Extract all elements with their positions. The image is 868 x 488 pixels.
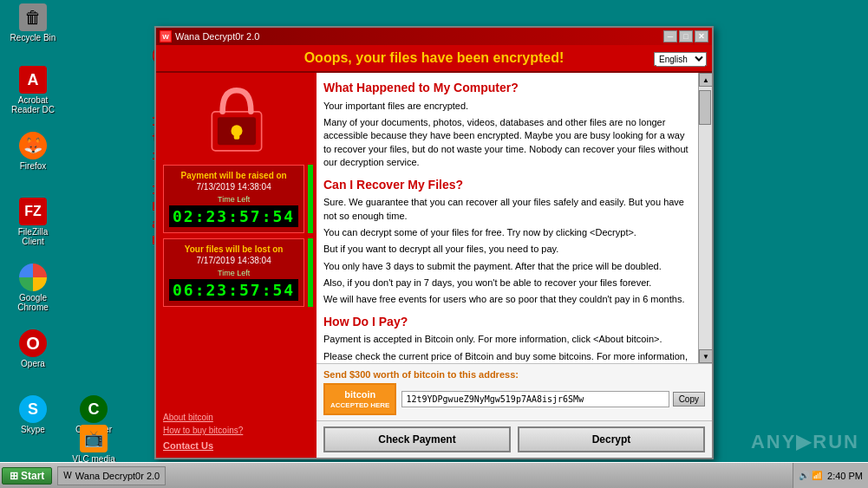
taskbar-app-icon: W [63,471,71,480]
header-area: Ooops, your files have been encrypted! E… [156,45,712,73]
taskbar-tray: 🔊 📶 2:40 PM [793,463,868,488]
bitcoin-send-text: Send $300 worth of bitcoin to this addre… [323,369,705,380]
timer2-side-bar [308,238,313,307]
section2-heading: Can I Recover My Files? [323,177,691,194]
start-button[interactable]: ⊞ Start [2,467,52,485]
desktop-icon-filezilla[interactable]: FZ FileZilla Client [7,198,59,246]
taskbar-middle: W Wana Decrypt0r 2.0 [54,466,793,485]
wannacry-window: W Wana Decrypt0r 2.0 ─ □ ✕ Ooops, your f… [154,26,714,459]
section3-p2: Please check the current price of Bitcoi… [323,350,691,363]
section3-p1: Payment is accepted in Bitcoin only. For… [323,333,691,346]
bitcoin-logo-line2: ACCEPTED HERE [330,401,389,410]
right-panel: What Happened to My Computer? Your impor… [317,73,712,458]
main-content-area: Payment will be raised on 7/13/2019 14:3… [156,73,712,458]
contact-us-link[interactable]: Contact Us [163,440,310,451]
minimize-button[interactable]: ─ [663,30,677,42]
lock-icon [198,80,276,158]
section3-heading: How Do I Pay? [323,314,691,331]
timer2-wrapper: Your files will be lost on 7/17/2019 14:… [163,238,310,307]
taskbar-app-item[interactable]: W Wana Decrypt0r 2.0 [57,466,166,485]
main-header: Ooops, your files have been encrypted! [156,45,712,73]
section2-p3: But if you want to decrypt all your file… [323,243,691,256]
right-top: What Happened to My Computer? Your impor… [317,73,712,363]
how-to-buy-link[interactable]: How to buy bitcoins? [163,426,310,435]
section2-p2: You can decrypt some of your files for f… [323,226,691,239]
scroll-down-button[interactable]: ▼ [699,349,712,363]
title-bar-left: W Wana Decrypt0r 2.0 [160,30,259,42]
section2-p4: You only have 3 days to submit the payme… [323,260,691,273]
bitcoin-row: bitcoin ACCEPTED HERE Copy [323,383,705,415]
left-panel: Payment will be raised on 7/13/2019 14:3… [156,73,317,458]
bitcoin-address-box: Copy [401,391,705,407]
action-buttons-area: Check Payment Decrypt [317,420,712,458]
timer1-label: Time Left [169,195,298,204]
section2-p1: Sure. We guarantee that you can recover … [323,196,691,223]
title-icon: W [160,30,172,42]
timer1-side-bar [308,165,313,233]
timer2-label: Time Left [169,269,298,277]
svg-rect-3 [233,131,239,140]
decrypt-button[interactable]: Decrypt [518,426,705,452]
content-area[interactable]: What Happened to My Computer? Your impor… [317,73,698,363]
desktop-icon-recycle-bin[interactable]: 🗑 Recycle Bin [7,3,59,42]
windows-logo: ⊞ [10,470,18,482]
maximize-button[interactable]: □ [679,30,693,42]
links-section: About bitcoin How to buy bitcoins? Conta… [163,413,310,451]
timer2-box: Your files will be lost on 7/17/2019 14:… [163,238,304,307]
timer2-title: Your files will be lost on [169,244,298,254]
section1-p2: Many of your documents, photos, videos, … [323,116,691,170]
title-text: Wana Decrypt0r 2.0 [175,31,259,42]
section1-heading: What Happened to My Computer? [323,80,691,97]
bitcoin-logo: bitcoin ACCEPTED HERE [323,383,396,415]
timer1-box: Payment will be raised on 7/13/2019 14:3… [163,165,304,233]
desktop: Oo If you se" window, then yourdeleted i… [0,0,868,488]
scroll-up-button[interactable]: ▲ [699,73,712,87]
check-payment-button[interactable]: Check Payment [323,426,511,452]
scrollbar-track[interactable] [699,87,712,349]
section2-p6: We will have free events for users who a… [323,293,691,306]
timer1-countdown: 02:23:57:54 [169,205,298,227]
section2-p5: Also, if you don't pay in 7 days, you wo… [323,277,691,290]
desktop-icon-firefox[interactable]: 🦊 Firefox [7,132,59,171]
timer1-title: Payment will be raised on [169,171,298,180]
title-bar: W Wana Decrypt0r 2.0 ─ □ ✕ [156,28,712,45]
bitcoin-address-input[interactable] [401,391,669,407]
desktop-icon-chrome[interactable]: Google Chrome [7,264,59,312]
desktop-icon-skype[interactable]: S Skype [7,395,59,434]
timer1-date: 7/13/2019 14:38:04 [169,182,298,192]
section1-p1: Your important files are encrypted. [323,100,691,113]
taskbar: ⊞ Start W Wana Decrypt0r 2.0 🔊 📶 2:40 PM [0,462,868,488]
taskbar-time: 2:40 PM [827,471,863,481]
language-select[interactable]: English Chinese Russian Spanish French [654,52,707,67]
scrollbar-thumb[interactable] [699,90,711,125]
bitcoin-section: Send $300 worth of bitcoin to this addre… [317,363,712,420]
timer2-date: 7/17/2019 14:38:04 [169,256,298,265]
about-bitcoin-link[interactable]: About bitcoin [163,413,310,422]
timer2-countdown: 06:23:57:54 [169,279,298,301]
title-bar-buttons: ─ □ ✕ [663,30,708,42]
copy-button[interactable]: Copy [673,392,705,407]
bitcoin-logo-line1: bitcoin [330,388,389,400]
timer1-wrapper: Payment will be raised on 7/13/2019 14:3… [163,165,310,233]
desktop-icon-acrobat[interactable]: A Acrobat Reader DC [7,66,59,114]
language-selector-area: English Chinese Russian Spanish French [654,52,707,67]
anyrun-watermark: ANY▶RUN [751,431,859,453]
desktop-icon-opera[interactable]: O Opera [7,329,59,368]
close-button[interactable]: ✕ [695,30,708,42]
scrollbar[interactable]: ▲ ▼ [698,73,712,363]
tray-icons: 🔊 📶 [799,471,822,480]
